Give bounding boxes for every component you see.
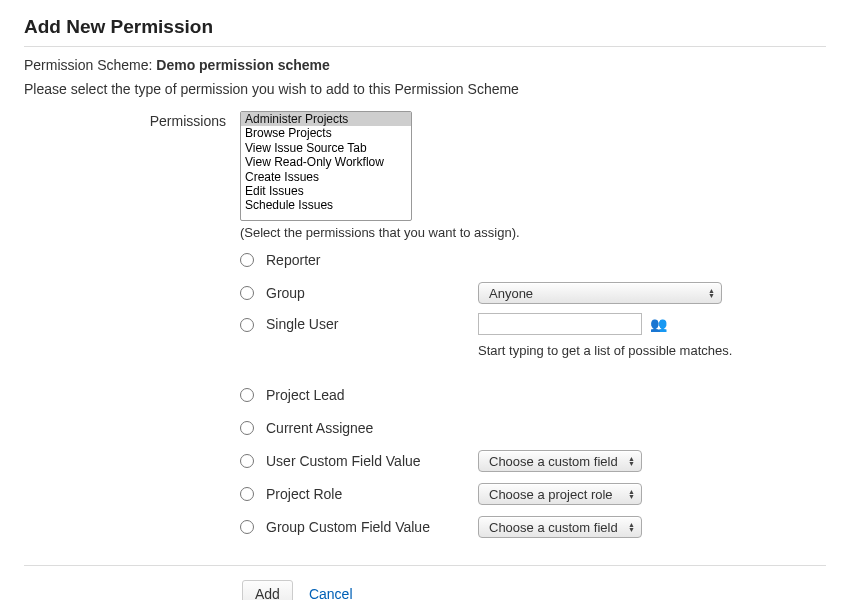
radio-row-project-role: Project Role Choose a project role ▲▼ — [240, 481, 826, 507]
permission-option[interactable]: View Read-Only Workflow — [241, 155, 411, 169]
single-user-hint: Start typing to get a list of possible m… — [478, 343, 732, 358]
permissions-row: Permissions Administer ProjectsBrowse Pr… — [24, 111, 826, 547]
radio-group[interactable] — [240, 286, 254, 300]
group-select[interactable]: Anyone ▲▼ — [478, 282, 722, 304]
permission-option[interactable]: Edit Issues — [241, 184, 411, 198]
radio-user-cf-label: User Custom Field Value — [266, 453, 478, 469]
buttons-row: Add Cancel — [242, 566, 826, 600]
radio-row-group: Group Anyone ▲▼ — [240, 280, 826, 306]
user-picker-icon[interactable]: 👥 — [650, 316, 667, 332]
radio-user-cf[interactable] — [240, 454, 254, 468]
permissions-hint: (Select the permissions that you want to… — [240, 225, 826, 240]
user-cf-select-value: Choose a custom field — [489, 454, 618, 469]
chevron-updown-icon: ▲▼ — [628, 522, 635, 532]
user-cf-select[interactable]: Choose a custom field ▲▼ — [478, 450, 642, 472]
radio-current-assignee-label: Current Assignee — [266, 420, 478, 436]
radio-project-role[interactable] — [240, 487, 254, 501]
radio-row-project-lead: Project Lead — [240, 382, 826, 408]
scheme-line: Permission Scheme: Demo permission schem… — [24, 57, 826, 73]
single-user-input[interactable] — [478, 313, 642, 335]
radio-project-lead[interactable] — [240, 388, 254, 402]
permissions-label: Permissions — [24, 111, 240, 129]
radio-row-single-user: Single User 👥 Start typing to get a list… — [240, 313, 826, 358]
radio-reporter[interactable] — [240, 253, 254, 267]
radio-single-user-label: Single User — [266, 313, 478, 332]
radio-current-assignee[interactable] — [240, 421, 254, 435]
group-cf-select[interactable]: Choose a custom field ▲▼ — [478, 516, 642, 538]
chevron-updown-icon: ▲▼ — [628, 489, 635, 499]
add-button[interactable]: Add — [242, 580, 293, 600]
chevron-updown-icon: ▲▼ — [708, 288, 715, 298]
page-title: Add New Permission — [24, 16, 826, 47]
radio-row-user-cf: User Custom Field Value Choose a custom … — [240, 448, 826, 474]
cancel-link[interactable]: Cancel — [309, 586, 353, 600]
scheme-prefix: Permission Scheme: — [24, 57, 156, 73]
radio-row-group-cf: Group Custom Field Value Choose a custom… — [240, 514, 826, 540]
permission-option[interactable]: Create Issues — [241, 170, 411, 184]
permission-option[interactable]: Schedule Issues — [241, 198, 411, 212]
permission-option[interactable]: Administer Projects — [241, 112, 411, 126]
permissions-select[interactable]: Administer ProjectsBrowse ProjectsView I… — [240, 111, 412, 221]
instruction-text: Please select the type of permission you… — [24, 81, 826, 97]
project-role-select-value: Choose a project role — [489, 487, 613, 502]
permission-option[interactable]: View Issue Source Tab — [241, 141, 411, 155]
radio-group-cf[interactable] — [240, 520, 254, 534]
radio-group-cf-label: Group Custom Field Value — [266, 519, 478, 535]
scheme-name: Demo permission scheme — [156, 57, 330, 73]
radio-single-user[interactable] — [240, 318, 254, 332]
chevron-updown-icon: ▲▼ — [628, 456, 635, 466]
group-select-value: Anyone — [489, 286, 533, 301]
radio-row-reporter: Reporter — [240, 247, 826, 273]
radio-project-lead-label: Project Lead — [266, 387, 478, 403]
radio-row-current-assignee: Current Assignee — [240, 415, 826, 441]
group-cf-select-value: Choose a custom field — [489, 520, 618, 535]
permission-option[interactable]: Browse Projects — [241, 126, 411, 140]
radio-group-label: Group — [266, 285, 478, 301]
radio-project-role-label: Project Role — [266, 486, 478, 502]
project-role-select[interactable]: Choose a project role ▲▼ — [478, 483, 642, 505]
radio-reporter-label: Reporter — [266, 252, 478, 268]
